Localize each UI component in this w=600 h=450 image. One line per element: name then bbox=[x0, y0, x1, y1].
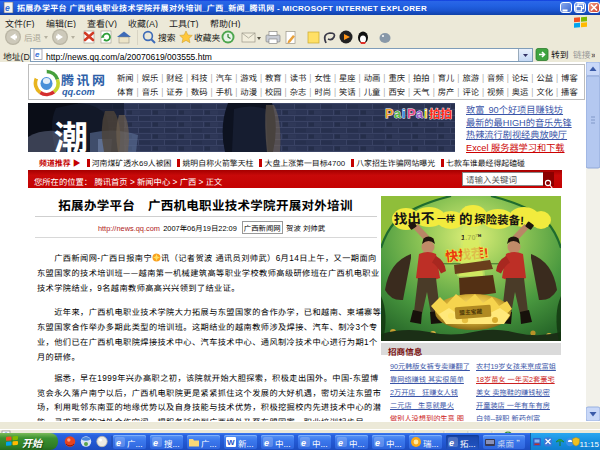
svg-text:搜索: 搜索 bbox=[158, 31, 176, 44]
svg-text:潮: 潮 bbox=[54, 111, 88, 152]
svg-text:的: 的 bbox=[459, 208, 473, 228]
svg-text:e: e bbox=[449, 437, 454, 447]
svg-text:e: e bbox=[153, 437, 158, 447]
svg-text:e: e bbox=[338, 437, 343, 447]
svg-text:P: P bbox=[385, 103, 393, 122]
svg-text:a: a bbox=[416, 103, 424, 122]
svg-text:»: » bbox=[591, 48, 595, 61]
svg-text:e: e bbox=[5, 3, 10, 13]
svg-text:e: e bbox=[264, 437, 269, 447]
svg-text:一样: 一样 bbox=[437, 212, 455, 225]
svg-text:转到: 转到 bbox=[551, 48, 569, 61]
svg-text:盟主宝藏: 盟主宝藏 bbox=[459, 306, 483, 317]
svg-text:拍拍: 拍拍 bbox=[429, 105, 452, 121]
svg-text:e: e bbox=[301, 437, 306, 447]
svg-text:P: P bbox=[407, 103, 415, 122]
svg-text:e: e bbox=[116, 437, 121, 447]
svg-text:探险装备!: 探险装备! bbox=[474, 210, 524, 228]
svg-text:a: a bbox=[394, 103, 402, 122]
svg-text:收藏夹: 收藏夹 bbox=[194, 31, 221, 44]
svg-text:qq.com: qq.com bbox=[62, 84, 95, 98]
svg-text:e: e bbox=[35, 49, 40, 59]
svg-text:i: i bbox=[424, 103, 427, 122]
svg-text:e: e bbox=[375, 437, 380, 447]
svg-text:W: W bbox=[227, 437, 235, 447]
svg-text:i: i bbox=[402, 103, 405, 122]
svg-text:后退: 后退 bbox=[24, 31, 42, 43]
svg-text:链接: 链接 bbox=[573, 48, 591, 61]
